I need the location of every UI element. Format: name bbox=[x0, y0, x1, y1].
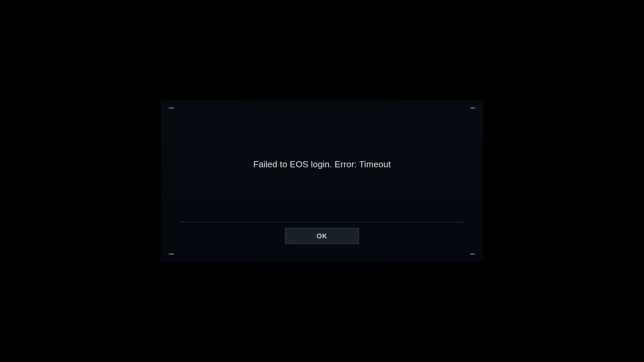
error-message: Failed to EOS login. Error: Timeout bbox=[161, 159, 483, 170]
corner-dash-icon bbox=[470, 253, 475, 255]
screen: Failed to EOS login. Error: Timeout OK bbox=[0, 0, 644, 362]
error-dialog: Failed to EOS login. Error: Timeout OK bbox=[161, 101, 483, 261]
divider bbox=[181, 222, 463, 222]
corner-dash-icon bbox=[470, 107, 475, 109]
corner-dash-icon bbox=[169, 107, 174, 109]
corner-dash-icon bbox=[169, 253, 174, 255]
ok-button[interactable]: OK bbox=[285, 228, 359, 244]
